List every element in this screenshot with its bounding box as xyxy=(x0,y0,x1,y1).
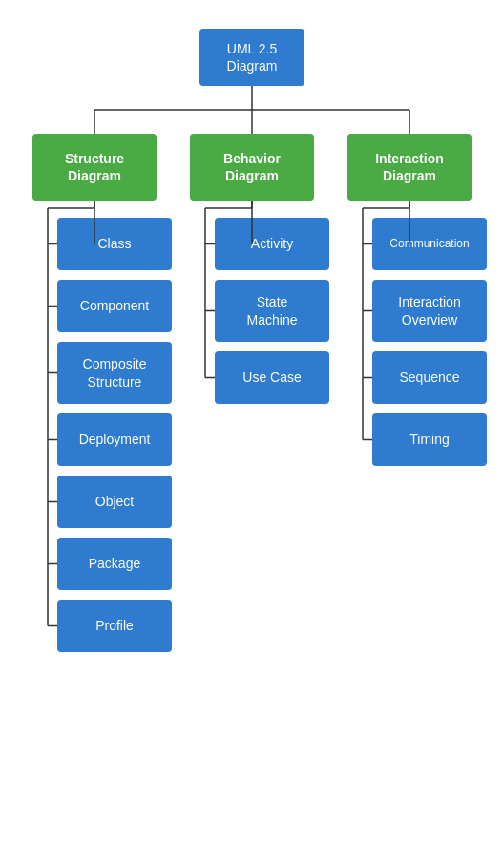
category-structure: Structure Diagram xyxy=(32,134,157,201)
item-state-machine: State Machine xyxy=(215,280,329,342)
item-sequence: Sequence xyxy=(372,351,487,404)
item-component: Component xyxy=(57,280,172,332)
item-communication: Communication xyxy=(372,218,487,270)
item-class: Class xyxy=(57,218,172,270)
item-profile: Profile xyxy=(57,600,172,652)
category-behavior: Behavior Diagram xyxy=(190,134,314,201)
category-interaction: Interaction Diagram xyxy=(347,134,472,201)
item-deployment: Deployment xyxy=(57,413,172,466)
item-activity: Activity xyxy=(215,218,329,270)
item-interaction-overview: Interaction Overview xyxy=(372,280,487,342)
item-package: Package xyxy=(57,538,172,590)
diagram-container: UML 2.5 Diagram Structure Diagram Class … xyxy=(0,0,504,846)
item-timing: Timing xyxy=(372,413,487,466)
item-composite-structure: Composite Structure xyxy=(57,342,172,404)
item-object: Object xyxy=(57,476,172,528)
item-use-case: Use Case xyxy=(215,351,329,404)
root-node: UML 2.5 Diagram xyxy=(200,29,304,86)
